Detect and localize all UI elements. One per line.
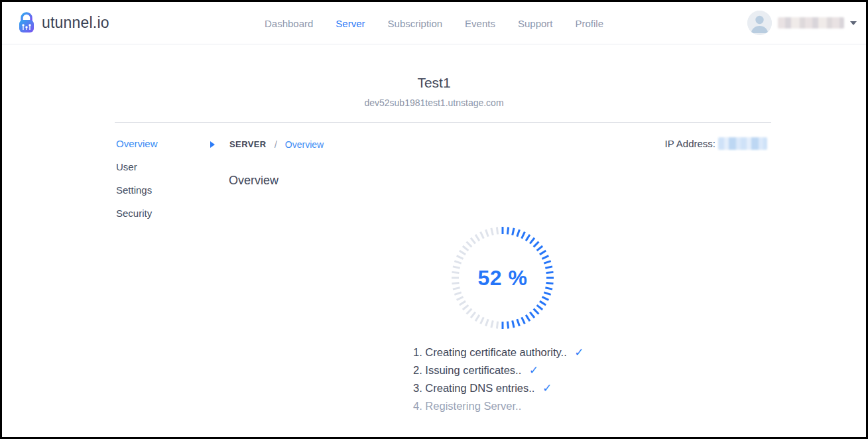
nav-item-subscription[interactable]: Subscription bbox=[388, 18, 443, 29]
breadcrumb-section[interactable]: SERVER bbox=[229, 139, 267, 149]
step-label: Creating DNS entries.. bbox=[425, 382, 534, 394]
brand-logo[interactable]: utunnel.io bbox=[17, 11, 109, 34]
padlock-logo-icon bbox=[17, 11, 36, 34]
step-number: 3. bbox=[413, 382, 422, 394]
nav-item-support[interactable]: Support bbox=[518, 18, 553, 29]
setup-steps: 1. Creating certificate authority.. ✓ 2.… bbox=[413, 344, 584, 415]
user-name-redacted bbox=[778, 17, 844, 29]
breadcrumb: SERVER / Overview bbox=[210, 139, 324, 150]
sidebar-item-security[interactable]: Security bbox=[116, 208, 202, 218]
nav-item-profile[interactable]: Profile bbox=[576, 18, 604, 29]
step-item-3: 3. Creating DNS entries.. ✓ bbox=[413, 379, 584, 397]
navbar: utunnel.io Dashboard Server Subscription… bbox=[2, 2, 866, 44]
step-label: Registering Server.. bbox=[425, 400, 521, 412]
step-number: 1. bbox=[413, 346, 422, 358]
server-hero: Test1 dev52sub1981test1.utnstage.com bbox=[2, 75, 866, 108]
step-number: 4. bbox=[413, 400, 422, 412]
progress-ring: 52 % bbox=[448, 223, 558, 333]
step-item-2: 2. Issuing certificates.. ✓ bbox=[413, 361, 584, 379]
step-number: 2. bbox=[413, 364, 422, 376]
ip-address-redacted bbox=[718, 137, 767, 150]
ip-address-label: IP Address: bbox=[665, 138, 715, 149]
avatar bbox=[747, 11, 772, 35]
nav-item-events[interactable]: Events bbox=[465, 18, 495, 29]
sidebar-item-user[interactable]: User bbox=[116, 162, 202, 172]
sidebar-item-overview[interactable]: Overview bbox=[116, 139, 202, 149]
step-item-1: 1. Creating certificate authority.. ✓ bbox=[413, 344, 584, 361]
nav-item-server[interactable]: Server bbox=[336, 18, 365, 29]
breadcrumb-arrow-icon bbox=[210, 141, 215, 148]
nav-item-dashboard[interactable]: Dashboard bbox=[265, 18, 313, 29]
page: { "navbar": { "brand": "utunnel.io", "it… bbox=[0, 0, 868, 439]
step-label: Issuing certificates.. bbox=[425, 364, 521, 376]
check-icon: ✓ bbox=[529, 364, 538, 377]
progress-percent: 52 % bbox=[448, 223, 558, 333]
main-nav: Dashboard Server Subscription Events Sup… bbox=[265, 2, 603, 44]
page-title: Test1 bbox=[2, 75, 866, 91]
section-heading: Overview bbox=[229, 174, 279, 188]
user-menu[interactable] bbox=[747, 11, 857, 35]
step-label: Creating certificate authority.. bbox=[425, 346, 566, 358]
breadcrumb-separator: / bbox=[275, 139, 277, 150]
check-icon: ✓ bbox=[542, 382, 552, 395]
user-avatar-icon bbox=[747, 11, 772, 35]
sidebar: Overview User Settings Security bbox=[116, 139, 202, 231]
breadcrumb-page[interactable]: Overview bbox=[285, 139, 324, 150]
sidebar-item-settings[interactable]: Settings bbox=[116, 185, 202, 195]
brand-name: utunnel.io bbox=[42, 14, 109, 32]
content-divider bbox=[115, 122, 771, 123]
ip-address-row: IP Address: bbox=[665, 137, 767, 150]
page-subtitle: dev52sub1981test1.utnstage.com bbox=[2, 97, 866, 108]
check-icon: ✓ bbox=[574, 346, 584, 359]
step-item-4: 4. Registering Server.. bbox=[413, 397, 584, 415]
caret-down-icon bbox=[850, 21, 857, 25]
